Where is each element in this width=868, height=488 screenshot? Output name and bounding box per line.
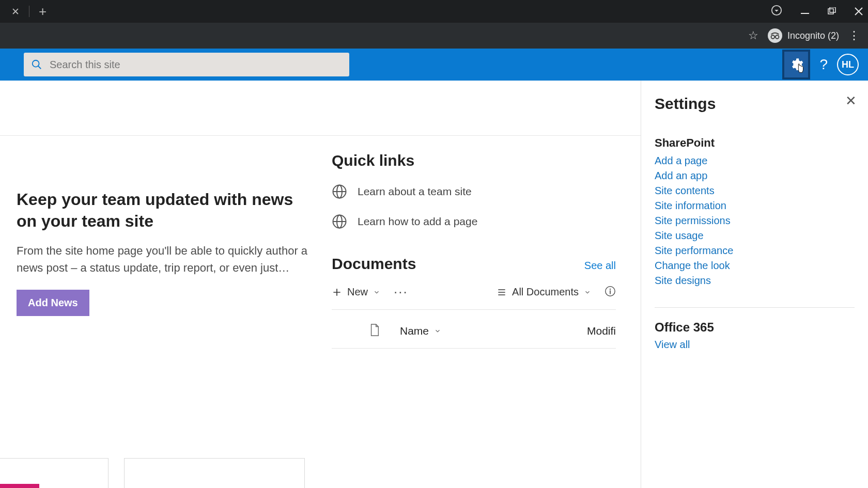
minimize-icon[interactable] [801, 7, 809, 15]
globe-icon [332, 214, 347, 229]
quick-link-item[interactable]: Learn how to add a page [332, 214, 616, 229]
incognito-icon [768, 28, 782, 43]
search-icon [31, 59, 42, 70]
avatar-initials: HL [842, 59, 854, 70]
documents-heading: Documents [332, 255, 416, 273]
info-icon[interactable] [605, 286, 616, 299]
chevron-down-icon [434, 327, 441, 335]
account-circle-icon[interactable] [771, 5, 782, 18]
settings-gear-button[interactable] [782, 50, 810, 80]
settings-link-add-page[interactable]: Add a page [655, 155, 855, 167]
svg-rect-1 [801, 13, 809, 14]
browser-tab-strip: ✕ + [0, 0, 868, 23]
tab-divider [29, 6, 29, 17]
office365-heading: Office 365 [655, 320, 855, 335]
add-news-button[interactable]: Add News [17, 290, 89, 316]
bottom-cards [0, 458, 305, 488]
view-label: All Documents [512, 286, 579, 298]
more-actions-button[interactable]: ··· [394, 284, 408, 300]
svg-line-7 [38, 66, 41, 69]
documents-toolbar: New ··· All Documents [332, 284, 616, 310]
incognito-indicator[interactable]: Incognito (2) [768, 28, 839, 43]
search-input[interactable] [50, 59, 342, 71]
quick-link-item[interactable]: Learn about a team site [332, 184, 616, 199]
svg-point-6 [33, 60, 39, 67]
settings-link-site-information[interactable]: Site information [655, 200, 855, 212]
documents-table-header: Name Modifi [332, 310, 616, 349]
svg-rect-3 [830, 7, 835, 12]
settings-title: Settings [655, 95, 855, 113]
file-type-icon [369, 323, 380, 339]
settings-link-view-all[interactable]: View all [655, 339, 855, 351]
settings-link-change-look[interactable]: Change the look [655, 260, 855, 272]
svg-rect-2 [828, 9, 833, 14]
settings-link-site-permissions[interactable]: Site permissions [655, 215, 855, 227]
close-tab-icon[interactable]: ✕ [11, 6, 20, 18]
new-button-label: New [347, 286, 368, 298]
card-preview[interactable] [124, 458, 305, 488]
close-window-icon[interactable] [855, 7, 863, 15]
browser-menu-icon[interactable]: ⋮ [848, 29, 860, 42]
divider [0, 135, 641, 136]
chevron-down-icon [373, 289, 380, 296]
chevron-down-icon [584, 289, 591, 296]
settings-link-add-app[interactable]: Add an app [655, 170, 855, 182]
incognito-label: Incognito (2) [787, 30, 839, 41]
news-section: Keep your team updated with news on your… [17, 189, 311, 349]
settings-link-site-contents[interactable]: Site contents [655, 185, 855, 197]
search-box[interactable] [24, 53, 349, 76]
maximize-icon[interactable] [828, 7, 836, 15]
settings-link-site-designs[interactable]: Site designs [655, 275, 855, 287]
quick-link-label: Learn how to add a page [358, 215, 477, 228]
news-description: From the site home page you'll be able t… [17, 242, 311, 276]
svg-rect-16 [610, 290, 611, 294]
settings-panel: Settings ✕ SharePoint Add a page Add an … [641, 81, 868, 488]
globe-icon [332, 184, 347, 199]
sharepoint-heading: SharePoint [655, 136, 855, 150]
column-modified[interactable]: Modifi [587, 325, 616, 337]
settings-link-site-performance[interactable]: Site performance [655, 245, 855, 257]
svg-point-5 [776, 35, 779, 39]
view-selector[interactable]: All Documents [497, 286, 591, 298]
svg-point-15 [610, 288, 611, 289]
quick-links-heading: Quick links [332, 152, 616, 169]
plus-icon [332, 287, 342, 297]
column-name[interactable]: Name [400, 325, 441, 337]
close-panel-icon[interactable]: ✕ [845, 93, 857, 109]
new-tab-icon[interactable]: + [39, 5, 47, 18]
main-content: Keep your team updated with news on your… [0, 81, 641, 488]
card-preview[interactable] [0, 458, 109, 488]
divider [655, 307, 855, 308]
new-button[interactable]: New [332, 286, 380, 298]
settings-link-site-usage[interactable]: Site usage [655, 230, 855, 242]
bookmark-star-icon[interactable]: ☆ [748, 29, 758, 42]
user-avatar[interactable]: HL [837, 54, 859, 75]
see-all-link[interactable]: See all [584, 260, 616, 272]
help-icon[interactable]: ? [819, 56, 828, 73]
cursor-pointer-icon [795, 63, 806, 78]
suite-bar: ? HL [0, 49, 868, 81]
list-icon [497, 287, 507, 297]
quick-link-label: Learn about a team site [358, 185, 472, 198]
news-title: Keep your team updated with news on your… [17, 189, 311, 232]
browser-toolbar: ☆ Incognito (2) ⋮ [0, 23, 868, 49]
svg-point-4 [771, 35, 774, 39]
